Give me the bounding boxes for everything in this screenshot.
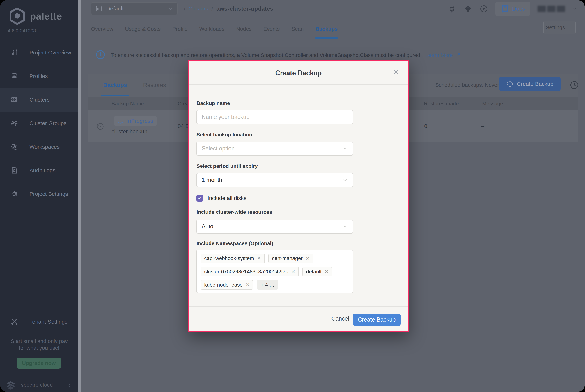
chevron-down-icon [568,25,573,30]
cancel-button[interactable]: Cancel [332,316,349,322]
tab-usage-costs[interactable]: Usage & Costs [125,18,161,40]
promo-text: Start small and only pay for what you us… [0,338,78,352]
tab-events[interactable]: Events [263,18,280,40]
close-icon[interactable]: ✕ [393,68,399,76]
spinner-icon [117,117,124,124]
sidebar-item-label: Tenant Settings [29,318,67,325]
sidebar: palette 4.6.0-241203 Project Overview Pr… [0,0,78,392]
sidebar-tenant-settings-row: Tenant Settings [0,310,78,334]
palette-logo-icon [8,7,26,25]
subtab-restores[interactable]: Restores [143,74,166,96]
tools-icon [11,318,18,326]
tab-profile[interactable]: Profile [172,18,187,40]
info-icon [95,49,106,60]
sidebar-item-label: Cluster Groups [29,120,66,126]
settings-button[interactable]: Settings [543,20,576,34]
scheduled-backups-text: Scheduled backups: Never [435,74,499,96]
sidebar-item-project-settings[interactable]: Project Settings [0,182,78,206]
logo: palette [8,7,62,25]
sidebar-item-tenant-settings[interactable]: Tenant Settings [0,310,78,334]
chip-remove-icon[interactable]: ✕ [257,256,261,261]
create-backup-label: Create Backup [517,81,553,87]
status-text: InProgress [126,118,153,124]
docs-button[interactable]: Docs [495,2,530,16]
tab-nodes[interactable]: Nodes [236,18,252,40]
backup-name-input[interactable]: Name your backup [196,110,353,124]
chip-remove-icon[interactable]: ✕ [291,269,295,274]
cluster-wide-resources-select[interactable]: Auto [196,220,353,234]
sidebar-item-label: Workspaces [29,144,60,150]
sidebar-item-profiles[interactable]: Profiles [0,64,78,88]
backup-name-placeholder: Name your backup [202,114,249,120]
backup-location-select[interactable]: Select option [196,142,353,156]
sidebar-footer: spectro cloud ‹ [0,378,78,392]
tab-workloads[interactable]: Workloads [199,18,224,40]
project-selector[interactable]: Default [91,2,177,15]
orbit-icon [11,143,18,150]
breadcrumb: / Clusters / aws-cluster-updates [184,0,273,18]
sidebar-item-label: Audit Logs [29,167,55,174]
user-name-redacted[interactable] [538,6,565,12]
tab-overview[interactable]: Overview [91,18,113,40]
expiry-period-select[interactable]: 1 month [196,173,353,187]
user-chevron-down-icon[interactable] [573,7,577,11]
modal-footer: Cancel Create Backup [189,306,408,331]
backup-name-cell: cluster-backup [111,128,147,135]
sidebar-item-clusters[interactable]: Clusters [0,88,78,112]
modal-create-backup-button[interactable]: Create Backup [353,314,401,326]
subtab-backups[interactable]: Backups [103,74,127,96]
cluster-tabs-row: Overview Usage & Costs Profile Workloads… [81,18,585,40]
chat-icon[interactable] [448,4,456,13]
chevron-down-icon [342,177,348,183]
chevron-down-icon [342,146,348,151]
include-all-disks-row[interactable]: ✓ Include all disks [196,195,246,202]
book-icon [501,4,509,13]
sidebar-item-cluster-groups[interactable]: Cluster Groups [0,112,78,135]
sidebar-collapse-chevron[interactable]: ‹ [68,379,71,391]
cluster-tabs: Overview Usage & Costs Profile Workloads… [91,18,338,40]
tab-scan[interactable]: Scan [291,18,304,40]
learn-more-link[interactable]: Learn More [425,52,461,58]
sidebar-item-label: Profiles [29,73,48,79]
chevron-down-icon [342,224,348,229]
namespace-more-chip[interactable]: + 4 … [257,280,278,290]
project-selector-value: Default [106,6,164,12]
backups-subtabs: Backups Restores [87,74,166,96]
create-backup-button[interactable]: Create Backup [499,77,561,91]
settings-label: Settings [546,24,565,30]
namespaces-multiselect[interactable]: capi-webhook-system ✕ cert-manager ✕ clu… [196,250,353,293]
sidebar-item-label: Clusters [29,96,50,103]
chip-remove-icon[interactable]: ✕ [246,282,250,288]
sidebar-item-label: Project Overview [29,50,71,56]
network-icon [11,120,18,127]
message-cell: – [481,123,484,129]
sidebar-item-audit-logs[interactable]: Audit Logs [0,159,78,182]
breadcrumb-link-clusters[interactable]: Clusters [189,6,208,12]
audit-log-icon [11,167,18,174]
chip-remove-icon[interactable]: ✕ [306,256,310,261]
brand-name: spectro cloud [21,382,53,388]
column-header-backup-name: Backup Name [111,101,144,106]
backup-name-label: Backup name [196,100,230,106]
namespace-chip: default ✕ [302,267,332,276]
restore-icon[interactable] [96,122,105,131]
sidebar-item-label: Project Settings [29,191,68,197]
app-window: palette 4.6.0-241203 Project Overview Pr… [0,0,585,392]
sidebar-item-workspaces[interactable]: Workspaces [0,135,78,159]
layers-icon [11,72,18,80]
logo-text: palette [30,11,62,22]
compass-icon[interactable] [480,4,488,13]
checkbox-checked-icon[interactable]: ✓ [196,195,203,202]
bug-icon[interactable] [464,4,472,13]
topbar-actions: Docs [448,0,577,18]
clock-icon[interactable] [570,80,579,90]
banner-message: To ensure successful backup and restore … [110,52,422,58]
backup-location-placeholder: Select option [202,145,235,152]
gear-icon [11,190,18,198]
backup-location-label: Select backup location [196,132,252,138]
upgrade-now-button[interactable]: Upgrade now [17,358,61,369]
chip-remove-icon[interactable]: ✕ [325,269,329,274]
tab-backups[interactable]: Backups [316,18,338,40]
sidebar-item-project-overview[interactable]: Project Overview [0,41,78,64]
version-label: 4.6.0-241203 [8,28,36,34]
